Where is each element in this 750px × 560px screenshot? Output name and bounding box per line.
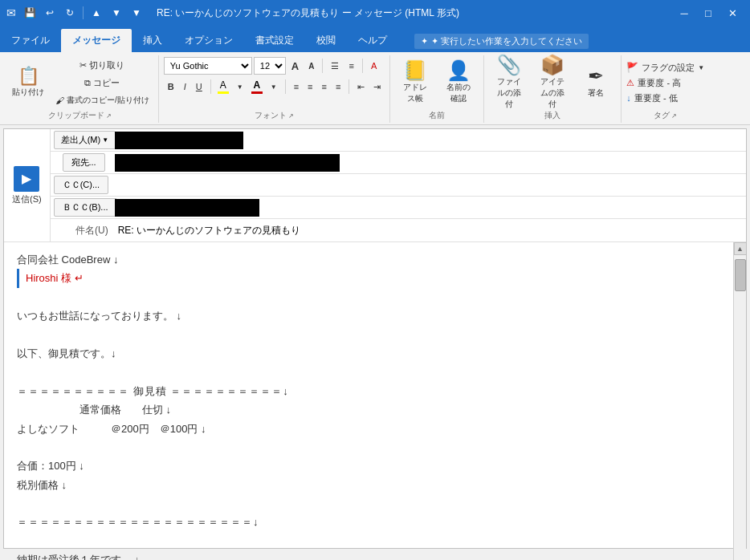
quick-access-toolbar: 💾 ↩ ↻ ▲ ▼ ▼ [21,4,145,22]
increase-indent-button[interactable]: ⇥ [369,79,385,95]
send-row: ▶ 送信(S) 差出人(M) ▼ 宛先... [4,129,746,242]
tab-insert[interactable]: 挿入 [132,29,173,52]
font-color-button[interactable]: A [249,78,265,95]
decrease-indent-button[interactable]: ⇤ [353,79,369,95]
tab-file[interactable]: ファイル [0,29,61,52]
cc-input[interactable] [115,177,746,194]
up-quick-btn[interactable]: ▲ [88,4,105,22]
italic-button[interactable]: I [180,79,190,95]
align-left-button[interactable]: ≡ [290,79,303,95]
from-button[interactable]: 差出人(M) ▼ [54,131,116,149]
to-label: 宛先... [51,152,115,173]
down-quick-btn[interactable]: ▼ [108,4,125,22]
signature-button[interactable]: ✒ 署名 [576,59,616,107]
undo-quick-btn[interactable]: ↩ [41,4,59,22]
cut-button[interactable]: ✂ 切り取り [51,57,153,73]
dropdown-fontcolor-btn[interactable]: ▼ [267,79,281,95]
clipboard-small-btns: ✂ 切り取り ⧉ コピー 🖌 書式のコピー/貼り付け [51,57,153,108]
tags-expand-icon[interactable]: ↗ [671,112,677,120]
bullets-button[interactable]: ☰ [327,58,343,74]
header-equal-line: ＝＝＝＝＝＝＝＝＝＝ 御見積 ＝＝＝＝＝＝＝＝＝＝↓ [17,382,720,400]
from-input[interactable] [115,132,243,149]
tab-review[interactable]: 校閲 [305,29,347,52]
subject-label: 件名(U) [51,224,115,237]
send-icon: ▶ [14,166,39,192]
high-priority-item[interactable]: ⚠ 重要度 - 高 [626,77,681,89]
close-button[interactable]: ✕ [721,2,744,24]
font-color-bar [251,91,263,94]
toolbar-divider [83,6,84,19]
align-right-button[interactable]: ≡ [318,79,331,95]
high-priority-icon: ⚠ [626,78,634,88]
hiroshi-line: Hiroshi 様 ↵ [17,269,720,287]
bcc-input[interactable] [115,199,259,217]
bcc-label: ＢＣＣ(B)... [51,197,115,218]
font-family-select[interactable]: Yu Gothic [164,57,252,75]
address-book-button[interactable]: 📒 アドレス帳 [395,59,435,107]
to-input[interactable] [115,154,340,172]
tab-options[interactable]: オプション [173,29,244,52]
body-scrollbar[interactable]: ▲ ▼ [733,242,746,560]
clipboard-expand-icon[interactable]: ↗ [106,112,112,120]
bcc-row: ＢＣＣ(B)... [51,197,746,219]
format-divider-3 [349,79,349,94]
tab-message[interactable]: メッセージ [61,29,132,52]
clear-format-button[interactable]: A [367,58,381,74]
minimize-button[interactable]: ─ [673,2,695,24]
insert-label: 挿入 [544,110,560,121]
font-row-2: B I U A ▼ A ▼ ≡ [164,78,385,95]
redo-quick-btn[interactable]: ↻ [61,4,79,22]
scrollbar-up-button[interactable]: ▲ [734,242,747,255]
paste-button[interactable]: 📋 貼り付け [6,59,50,107]
copy-button[interactable]: ⧉ コピー [51,75,153,91]
more-quick-btn[interactable]: ▼ [128,4,145,22]
signature-icon: ✒ [588,67,604,86]
attach-item-button[interactable]: 📦 アイテムの添付 [532,59,573,107]
ribbon: ファイル メッセージ 挿入 オプション 書式設定 校閲 ヘルプ ✦ ✦ 実行した… [0,26,750,125]
tab-help[interactable]: ヘルプ [347,29,398,52]
bcc-button[interactable]: ＢＣＣ(B)... [54,198,117,217]
font-expand-icon[interactable]: ↗ [288,112,294,120]
format-copy-button[interactable]: 🖌 書式のコピー/貼り付け [51,92,153,108]
tab-format[interactable]: 書式設定 [244,29,305,52]
window-title: RE: いーかんじのソフトウェアの見積もり ー メッセージ (HTML 形式) [157,6,459,20]
attach-file-button[interactable]: 📎 ファイルの添付 [489,59,529,107]
body-spacer-2 [17,326,720,344]
send-button[interactable]: ▶ 送信(S) [12,166,42,205]
subject-input[interactable] [115,221,746,239]
maximize-button[interactable]: □ [697,2,719,24]
underline-button[interactable]: U [192,79,206,95]
email-body-wrapper: 合同会社 CodeBrew ↓ Hiroshi 様 ↵ いつもお世話になっており… [4,242,746,560]
shrink-font-button[interactable]: A [304,58,318,74]
numbering-button[interactable]: ≡ [344,58,357,74]
low-priority-item[interactable]: ↓ 重要度 - 低 [626,92,677,104]
to-button[interactable]: 宛先... [63,153,105,172]
email-body[interactable]: 合同会社 CodeBrew ↓ Hiroshi 様 ↵ いつもお世話になっており… [4,242,733,560]
grow-font-button[interactable]: A [287,58,303,74]
highlight-icon: A [220,79,226,91]
font-divider-2 [362,59,363,73]
ribbon-search-bar[interactable]: ✦ ✦ 実行したい作業を入力してください [414,34,589,49]
font-row-1: Yu Gothic 12 A A ☰ ≡ A [164,57,381,75]
intro-line: 以下、御見積です。↓ [17,344,720,363]
highlight-color-bar [218,91,229,94]
message-form: ▶ 送信(S) 差出人(M) ▼ 宛先... [3,128,747,549]
flag-setting-item[interactable]: 🚩 フラグの設定 ▼ [626,62,704,74]
send-button-area: ▶ 送信(S) [4,129,51,241]
check-names-button[interactable]: 👤 名前の確認 [438,59,479,107]
cc-label: ＣＣ(C)... [51,174,115,196]
scrollbar-thumb[interactable] [735,259,746,291]
subject-row: 件名(U) [51,219,746,241]
bold-button[interactable]: B [164,79,178,95]
greeting-line: いつもお世話になっております。 ↓ [17,306,720,325]
cc-button[interactable]: ＣＣ(C)... [54,176,108,194]
align-center-button[interactable]: ≡ [304,79,316,95]
save-quick-btn[interactable]: 💾 [21,4,39,22]
flag-dropdown-icon: ▼ [698,64,704,71]
dropdown-highlight-btn[interactable]: ▼ [233,79,247,95]
highlight-color-button[interactable]: A [215,78,231,95]
font-size-select[interactable]: 12 [254,57,286,75]
font-content: Yu Gothic 12 A A ☰ ≡ A B I U [164,57,385,108]
align-justify-button[interactable]: ≡ [332,79,344,95]
format-divider-2 [285,79,286,94]
